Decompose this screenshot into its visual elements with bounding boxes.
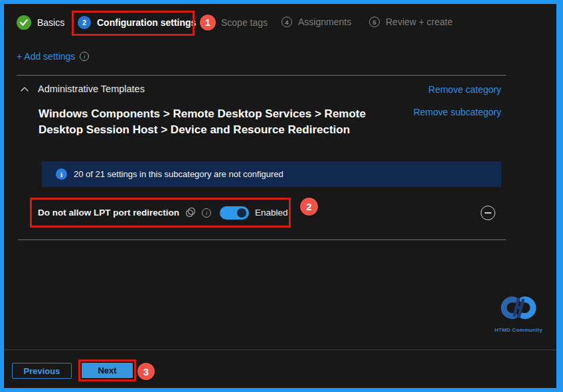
step-5-circle: 5 (369, 17, 380, 27)
tab-assignments-label: Assignments (298, 17, 351, 27)
remove-setting-button[interactable] (481, 206, 495, 220)
setting-info-icon[interactable] (202, 208, 211, 218)
htmd-logo: HTMD Community (489, 294, 548, 333)
setting-toggle-state: Enabled (255, 208, 288, 218)
htmd-logo-text: HTMD Community (489, 327, 548, 333)
previous-button[interactable]: Previous (12, 363, 72, 379)
annotation-box-next: Next (78, 359, 136, 381)
tab-basics-label: Basics (37, 17, 64, 28)
footer-divider (4, 350, 559, 350)
add-settings-label: + Add settings (17, 51, 75, 62)
toggle-knob (237, 208, 246, 218)
tab-configuration-settings-label: Configuration settings (97, 17, 196, 28)
info-banner-text: 20 of 21 settings in this subcategory ar… (74, 169, 283, 179)
frame-border (0, 0, 563, 4)
divider (17, 75, 506, 76)
setting-row: Do not allow LPT port redirection Enable… (30, 198, 291, 228)
applicability-icon[interactable] (185, 208, 196, 218)
frame-border (0, 0, 4, 392)
step-2-circle: 2 (78, 16, 91, 29)
category-title: Administrative Templates (38, 84, 145, 94)
tab-review-create-label: Review + create (386, 17, 453, 27)
tab-review-create[interactable]: 5 Review + create (369, 17, 453, 27)
check-circle-icon (17, 15, 31, 30)
frame-border (556, 0, 563, 392)
tab-assignments[interactable]: 4 Assignments (282, 17, 351, 27)
configuration-settings-page: Basics 2 Configuration settings Scope ta… (0, 0, 563, 392)
tab-configuration-settings[interactable]: 2 Configuration settings (78, 16, 196, 29)
annotation-badge-1: 1 (200, 15, 216, 31)
info-filled-icon (56, 168, 67, 180)
divider (18, 239, 506, 240)
tab-scope-tags-label: Scope tags (221, 17, 268, 28)
setting-name: Do not allow LPT port redirection (38, 208, 179, 218)
remove-category-link[interactable]: Remove category (428, 84, 501, 95)
tab-basics[interactable]: Basics (17, 15, 64, 30)
add-settings-link[interactable]: + Add settings (17, 51, 89, 62)
remove-subcategory-link[interactable]: Remove subcategory (414, 107, 501, 117)
frame-border (0, 388, 563, 392)
info-icon (80, 52, 89, 61)
annotation-badge-3: 3 (137, 363, 155, 380)
chevron-up-icon[interactable] (21, 87, 29, 92)
htmd-logo-icon (497, 294, 540, 323)
step-4-circle: 4 (282, 17, 292, 27)
setting-toggle[interactable] (220, 206, 249, 220)
tab-scope-tags[interactable]: Scope tags (221, 17, 268, 28)
subcategory-title: Windows Components > Remote Desktop Serv… (39, 106, 400, 138)
annotation-badge-2: 2 (300, 198, 318, 216)
next-button[interactable]: Next (82, 363, 133, 378)
info-banner: 20 of 21 settings in this subcategory ar… (42, 161, 501, 187)
